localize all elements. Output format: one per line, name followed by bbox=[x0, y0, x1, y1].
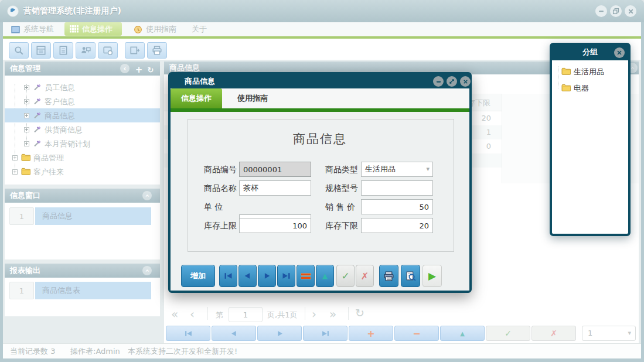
tree-item-product-manage[interactable]: 商品管理 bbox=[5, 151, 160, 165]
collapse-up-icon[interactable]: › bbox=[142, 191, 152, 200]
tree-item-product-info[interactable]: 商品信息 bbox=[5, 108, 160, 122]
list-item-product-report[interactable]: 商品信息表 bbox=[35, 282, 151, 299]
nav-first-button[interactable] bbox=[166, 326, 210, 341]
last-page-icon[interactable]: » bbox=[329, 307, 336, 321]
collapse-left-icon[interactable]: ‹ bbox=[120, 64, 130, 73]
group-item-household[interactable]: 生活用品 bbox=[552, 64, 628, 79]
sale-price-field[interactable] bbox=[361, 199, 433, 214]
add-button[interactable]: 增加 bbox=[181, 265, 215, 287]
print-button[interactable] bbox=[147, 42, 167, 59]
close-button[interactable] bbox=[625, 5, 636, 17]
toolbar bbox=[3, 39, 641, 60]
stock-min-field[interactable] bbox=[361, 218, 433, 233]
group-panel: 分组 生活用品 电器 bbox=[550, 43, 631, 236]
last-record-button[interactable] bbox=[277, 265, 295, 287]
tab-info-operation[interactable]: 信息操作 bbox=[64, 22, 122, 36]
nav-last-button[interactable] bbox=[303, 326, 347, 341]
panel-title: 信息窗口 bbox=[10, 191, 40, 200]
document-button[interactable] bbox=[53, 42, 73, 59]
triangle-icon: ▲ bbox=[460, 330, 465, 337]
nav-edit-button[interactable]: ▲ bbox=[440, 326, 485, 341]
nav-prev-button[interactable] bbox=[212, 326, 256, 341]
dialog-tab-user-guide[interactable]: 使用指南 bbox=[227, 88, 278, 108]
first-record-button[interactable] bbox=[219, 265, 237, 287]
search-button[interactable] bbox=[9, 42, 29, 59]
prev-record-button[interactable] bbox=[238, 265, 257, 287]
nav-delete-button[interactable]: − bbox=[394, 326, 439, 341]
tree-item-customer-dealings[interactable]: 客户往来 bbox=[5, 165, 160, 179]
product-name-field[interactable] bbox=[239, 180, 311, 196]
stock-max-field[interactable] bbox=[239, 218, 311, 233]
window-title: 营销管理系统(非注册用户) bbox=[23, 6, 121, 16]
tab-about[interactable]: 关于 bbox=[192, 23, 207, 36]
tree-item-employee-info[interactable]: 员工信息 bbox=[5, 80, 160, 94]
tab-user-guide[interactable]: 使用指南 bbox=[134, 23, 176, 36]
tool-icon bbox=[33, 139, 41, 148]
form-icon bbox=[36, 45, 46, 56]
next-record-icon bbox=[263, 272, 271, 279]
field-label-price: 销 售 价 bbox=[325, 199, 355, 214]
application-window: 营销管理系统(非注册用户) 系统导航 信息操作 使用指南 关于 bbox=[0, 0, 644, 362]
record-select-dropdown[interactable]: 1 ▾ bbox=[582, 326, 636, 341]
user-button[interactable] bbox=[76, 42, 96, 59]
chevron-down-icon: ▾ bbox=[628, 326, 631, 340]
preview-icon bbox=[405, 271, 416, 281]
group-item-label: 生活用品 bbox=[574, 67, 604, 77]
expand-icon[interactable] bbox=[24, 127, 29, 132]
edit-record-button[interactable]: ▲ bbox=[316, 265, 334, 287]
field-label-stock-max: 库存上限 bbox=[204, 218, 237, 233]
chevron-down-icon[interactable]: ▾ bbox=[426, 162, 430, 176]
post-button[interactable]: ✓ bbox=[336, 265, 355, 287]
delete-record-button[interactable] bbox=[297, 265, 315, 287]
nav-next-button[interactable] bbox=[257, 326, 302, 341]
expand-icon[interactable] bbox=[24, 141, 29, 146]
nav-insert-button[interactable]: + bbox=[349, 326, 393, 341]
next-page-icon[interactable]: › bbox=[312, 307, 316, 321]
export-button[interactable] bbox=[125, 42, 145, 59]
dialog-maximize-button[interactable] bbox=[447, 76, 457, 87]
tree-item-monthly-plan[interactable]: 本月营销计划 bbox=[5, 136, 160, 151]
prev-page-icon[interactable]: ‹ bbox=[190, 307, 195, 321]
window-preview-button[interactable] bbox=[98, 42, 118, 59]
maximize-icon bbox=[448, 78, 455, 85]
restore-button[interactable] bbox=[610, 5, 622, 17]
tool-icon bbox=[33, 111, 41, 119]
expand-icon[interactable] bbox=[12, 169, 18, 175]
page-prefix-label: 第 bbox=[216, 310, 223, 320]
spec-model-field[interactable] bbox=[361, 180, 433, 196]
minimize-button[interactable] bbox=[595, 5, 607, 17]
dialog-tab-info-operation[interactable]: 信息操作 bbox=[171, 88, 222, 108]
print-report-button[interactable] bbox=[379, 265, 398, 287]
expand-icon[interactable] bbox=[24, 113, 29, 118]
search-icon bbox=[13, 45, 24, 56]
dialog-close-button[interactable] bbox=[460, 76, 471, 87]
tree-item-customer-info[interactable]: 客户信息 bbox=[5, 94, 160, 108]
cancel-edit-button[interactable]: ✗ bbox=[356, 265, 374, 287]
expand-icon[interactable] bbox=[24, 85, 29, 90]
print-preview-button[interactable] bbox=[401, 265, 420, 287]
group-close-button[interactable] bbox=[614, 47, 625, 58]
expand-icon[interactable] bbox=[12, 155, 18, 160]
report-output-body: 1 商品信息表 bbox=[5, 278, 160, 316]
tab-label: 使用指南 bbox=[146, 24, 176, 35]
tree-item-supplier-info[interactable]: 供货商信息 bbox=[5, 122, 160, 136]
nav-cancel-button[interactable]: ✗ bbox=[531, 326, 576, 341]
page-number-input[interactable] bbox=[229, 307, 263, 322]
first-page-icon[interactable]: « bbox=[171, 307, 178, 321]
prev-record-icon bbox=[231, 330, 237, 337]
nav-post-button[interactable]: ✓ bbox=[486, 326, 530, 341]
tab-system-nav[interactable]: 系统导航 bbox=[11, 23, 54, 36]
refresh-icon[interactable]: ↻ bbox=[355, 306, 364, 319]
add-node-button[interactable]: + bbox=[134, 63, 144, 77]
product-info-dialog: 商品信息 信息操作 使用指南 商品信息 商品编号 商品类型 生活用品 ▾ 商品名… bbox=[168, 72, 472, 293]
run-button[interactable]: ▶ bbox=[422, 265, 442, 287]
expand-icon[interactable] bbox=[24, 99, 29, 104]
list-item-product-info[interactable]: 商品信息 bbox=[35, 207, 151, 225]
group-item-electrical[interactable]: 电器 bbox=[552, 80, 628, 95]
form-button[interactable] bbox=[31, 42, 51, 59]
next-record-button[interactable] bbox=[258, 265, 276, 287]
dialog-minimize-button[interactable] bbox=[433, 76, 444, 87]
collapse-up-icon[interactable]: › bbox=[142, 266, 152, 275]
product-type-combo[interactable]: 生活用品 ▾ bbox=[361, 162, 433, 177]
check-icon: ✓ bbox=[505, 329, 512, 338]
